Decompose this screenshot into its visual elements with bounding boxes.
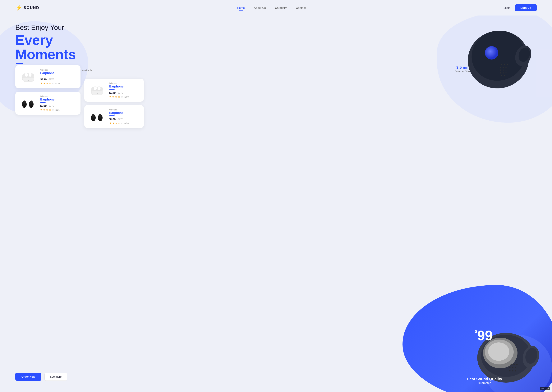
product-name-2: Earphone xyxy=(40,98,76,101)
hero-title: Every Moments xyxy=(15,33,100,62)
product-cards-center: Wireless Earphone $220 $270 ★ ★ ★ ★ ★ (3… xyxy=(84,79,144,128)
nav-about[interactable]: About Us xyxy=(254,6,266,9)
nav-actions: Login Sign Up xyxy=(503,4,537,11)
product-rating-4: ★ ★ ★ ★ ★ (420) xyxy=(109,122,139,125)
star-2-1: ★ xyxy=(40,108,43,111)
action-buttons: Order Now See more xyxy=(15,373,67,381)
product-card-4[interactable]: Wireless Earphone $420 $270 ★ ★ ★ ★ ★ (4… xyxy=(84,105,144,128)
price-badge: $ 99 xyxy=(475,329,493,343)
product-type-2: Wireless xyxy=(40,95,76,98)
product-name-3: Earphone xyxy=(109,85,139,88)
main-content: Best Enjoy Your Every Moments There are … xyxy=(0,15,552,392)
white-earphone-case-svg xyxy=(89,84,105,97)
nav-links: Home About Us Category Contact xyxy=(237,6,306,9)
product-card-3[interactable]: Wireless Earphone $220 $270 ★ ★ ★ ★ ★ (3… xyxy=(84,79,144,102)
price-old-2: $270 xyxy=(49,104,54,107)
svg-point-32 xyxy=(505,67,507,68)
product-cards-left: Wireless Earphone $230 $270 ★ ★ ★ ★ ★ (1… xyxy=(15,65,80,115)
rating-count-4: (420) xyxy=(124,122,129,124)
svg-point-19 xyxy=(97,93,98,94)
svg-point-42 xyxy=(501,75,502,76)
bottom-cta-title: Best Sound Quality xyxy=(467,377,502,381)
product-prices-4: $420 $270 xyxy=(109,118,139,121)
svg-rect-13 xyxy=(30,105,32,108)
product-type-1: Wireless xyxy=(40,69,76,71)
svg-point-51 xyxy=(488,343,509,361)
price-current-1: $230 xyxy=(40,78,47,81)
svg-point-8 xyxy=(24,101,25,103)
earphone-top-svg xyxy=(454,17,542,102)
product-prices-1: $230 $270 xyxy=(40,78,76,81)
product-image-2 xyxy=(20,97,37,110)
nav-home[interactable]: Home xyxy=(237,6,245,9)
svg-point-43 xyxy=(504,75,505,76)
star-2-3: ★ xyxy=(46,108,48,111)
black-earphone-svg xyxy=(20,97,36,110)
svg-point-38 xyxy=(505,72,507,73)
svg-point-53 xyxy=(512,367,514,368)
hero-subtitle: Best Enjoy Your xyxy=(15,23,100,32)
logo[interactable]: ⚡ SOUND xyxy=(15,5,39,11)
price-dollar-symbol: $ xyxy=(475,329,477,334)
signup-button[interactable]: Sign Up xyxy=(515,4,537,11)
svg-point-30 xyxy=(500,67,501,68)
brand-name: SOUND xyxy=(24,6,39,10)
svg-point-31 xyxy=(502,67,504,68)
product-prices-2: $250 $270 xyxy=(40,104,76,107)
price-old-3: $270 xyxy=(117,91,123,94)
product-info-1: Wireless Earphone $230 $270 ★ ★ ★ ★ ★ (1… xyxy=(40,69,76,85)
svg-point-44 xyxy=(485,46,498,60)
rating-count-1: (120) xyxy=(55,82,60,84)
svg-point-54 xyxy=(515,367,516,368)
svg-point-60 xyxy=(516,364,518,365)
svg-point-57 xyxy=(515,370,516,371)
star-4-1: ★ xyxy=(109,122,112,125)
product-info-3: Wireless Earphone $220 $270 ★ ★ ★ ★ ★ (3… xyxy=(109,82,139,98)
svg-point-55 xyxy=(509,370,511,371)
product-rating-3: ★ ★ ★ ★ ★ (300) xyxy=(109,95,139,98)
product-name-1: Earphone xyxy=(40,71,76,75)
price-current-4: $420 xyxy=(109,118,116,121)
svg-point-26 xyxy=(100,114,101,117)
nav-contact[interactable]: Contact xyxy=(296,6,306,9)
price-amount: 99 xyxy=(477,329,493,343)
star-3-5: ★ xyxy=(121,95,123,98)
product-image-3 xyxy=(88,84,106,97)
product-card-1[interactable]: Wireless Earphone $230 $270 ★ ★ ★ ★ ★ (1… xyxy=(15,65,80,88)
star-2-4: ★ xyxy=(49,108,51,111)
logo-icon: ⚡ xyxy=(15,5,22,11)
order-now-button[interactable]: Order Now xyxy=(15,373,41,381)
product-card-2[interactable]: Wireless Earphone $250 $270 ★ ★ ★ ★ ★ (1… xyxy=(15,92,80,115)
see-more-button[interactable]: See more xyxy=(44,373,67,381)
star-3-4: ★ xyxy=(118,95,120,98)
svg-point-37 xyxy=(502,72,504,73)
star-4-2: ★ xyxy=(112,122,114,125)
star-4-4: ★ xyxy=(118,122,120,125)
login-button[interactable]: Login xyxy=(503,6,511,9)
svg-point-39 xyxy=(501,64,502,65)
bottom-cta-text: Best Sound Quality Guarantee xyxy=(467,377,502,385)
svg-rect-23 xyxy=(93,119,94,121)
svg-point-40 xyxy=(504,64,505,65)
star-1-5: ★ xyxy=(52,82,54,85)
product-underline-4 xyxy=(109,115,115,116)
svg-rect-15 xyxy=(91,87,103,91)
svg-point-17 xyxy=(98,86,101,90)
product-image-4 xyxy=(88,110,106,123)
product-underline-2 xyxy=(40,102,46,103)
product-rating-2: ★ ★ ★ ★ ★ (125) xyxy=(40,108,76,111)
nav-category[interactable]: Category xyxy=(275,6,287,9)
svg-point-16 xyxy=(94,86,97,90)
svg-point-56 xyxy=(512,370,514,371)
product-underline-3 xyxy=(109,89,115,90)
hero-title-underline xyxy=(16,63,23,64)
svg-point-2 xyxy=(25,73,28,77)
svg-point-33 xyxy=(500,70,501,71)
svg-point-22 xyxy=(93,114,94,117)
price-current-2: $250 xyxy=(40,104,47,107)
svg-point-34 xyxy=(502,70,504,71)
price-old-1: $270 xyxy=(49,78,54,81)
black-earbuds-svg xyxy=(89,111,105,123)
svg-point-3 xyxy=(29,73,32,77)
svg-point-41 xyxy=(507,64,508,65)
